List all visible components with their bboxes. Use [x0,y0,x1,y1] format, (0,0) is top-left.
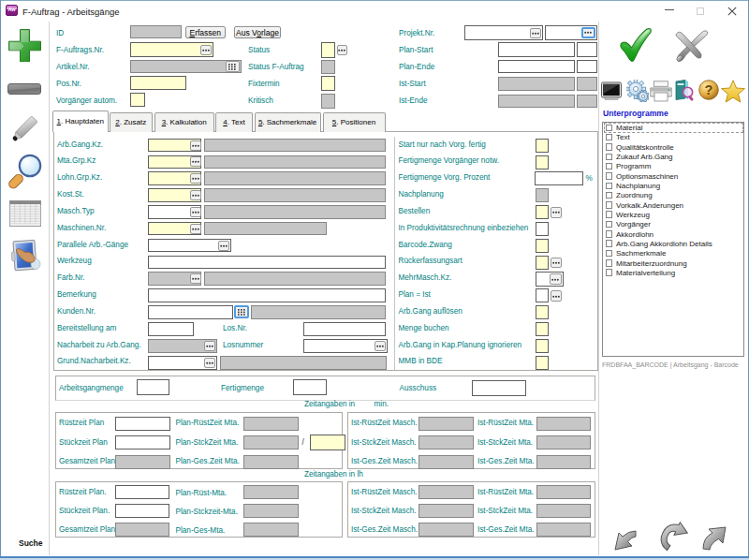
svg-text:?: ? [705,82,713,97]
